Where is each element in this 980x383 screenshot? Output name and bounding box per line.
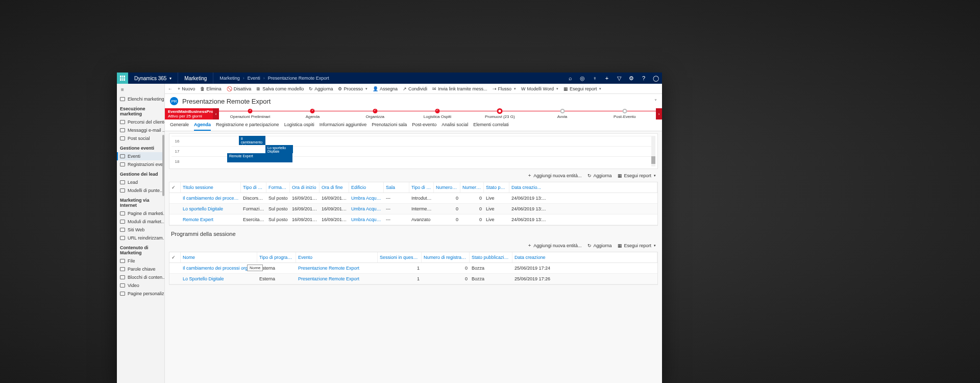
bpf-label[interactable]: EventMainBusinessProce... Attivo per 25 … [165, 108, 213, 119]
column-header[interactable]: Numero di r... [434, 182, 460, 193]
settings-icon[interactable]: ⚙ [625, 73, 638, 84]
bpf-next[interactable]: › [656, 108, 662, 119]
column-header[interactable]: Formato ... [266, 182, 290, 193]
sidebar-item[interactable]: Parole chiave [117, 265, 164, 273]
column-header[interactable]: Ora di fine [320, 182, 349, 193]
table-row[interactable]: Lo Sportello Digitale Esterna Presentazi… [169, 274, 657, 284]
cell-event[interactable]: Presentazione Remote Export [296, 263, 378, 273]
breadcrumb-item[interactable]: Eventi [248, 76, 260, 81]
breadcrumb-item[interactable]: Marketing [219, 76, 240, 81]
sidebar-item[interactable]: Video [117, 281, 164, 290]
bpf-stage[interactable]: Avvia [531, 108, 593, 119]
column-header[interactable]: Titolo sessione [181, 182, 241, 193]
bpf-stage[interactable]: Operazioni Preliminari [219, 108, 281, 119]
form-tab[interactable]: Informazioni aggiuntive [320, 119, 367, 131]
cell-building[interactable]: Umbra Acque - Città... [349, 193, 384, 203]
sidebar-item[interactable]: Percorsi del cliente [117, 118, 164, 126]
command-button[interactable]: 🗑Elimina [200, 86, 222, 91]
select-all-checkbox[interactable]: ✓ [169, 182, 181, 193]
run-report-button[interactable]: ▦Esegui report [618, 172, 656, 179]
command-button[interactable]: 🗎Salva come modello [256, 86, 304, 91]
cell-name[interactable]: Lo Sportello Digitale [181, 274, 257, 284]
filter-icon[interactable]: ▽ [613, 73, 625, 84]
cell-building[interactable]: Umbra Acque - Città... [349, 214, 384, 225]
refresh-button[interactable]: ↻Aggiorna [587, 172, 611, 179]
sidebar-item[interactable]: Elenchi marketing [117, 95, 164, 103]
sidebar-item[interactable]: Post social [117, 134, 164, 142]
column-header[interactable]: Tipo di program... [257, 252, 296, 262]
form-tab[interactable]: Prenotazioni sala [372, 119, 407, 131]
help-icon[interactable]: ? [638, 73, 650, 84]
calendar-scrollbar[interactable] [651, 136, 655, 166]
command-button[interactable]: ⇢Flusso [493, 86, 517, 91]
bpf-stage[interactable]: Organizza [344, 108, 406, 119]
table-row[interactable]: Il cambiamento dei processi organizzativ… [169, 193, 657, 204]
run-report-button[interactable]: ▦Esegui report [618, 242, 656, 249]
command-button[interactable]: WModelli Word [521, 86, 558, 91]
bpf-stage[interactable]: Logistica Ospiti [406, 108, 469, 119]
assistant-icon[interactable]: ♀ [589, 73, 601, 84]
sidebar-item[interactable]: Modelli di punte... [117, 186, 164, 195]
column-header[interactable]: Sessioni in questo pr... [378, 252, 422, 262]
sidebar-item[interactable]: File [117, 257, 164, 265]
command-button[interactable]: ↗Condividi [403, 86, 427, 91]
sidebar-item[interactable]: Moduli di market... [117, 218, 164, 226]
column-header[interactable]: Tipo di s... [241, 182, 266, 193]
column-header[interactable]: Data creazione [512, 252, 657, 262]
table-row[interactable]: Il cambiamento dei processi organizzativ… [169, 263, 657, 274]
bpf-stage[interactable]: Promuovi (23 G) [469, 108, 531, 119]
command-button[interactable]: +Nuovo [178, 86, 195, 91]
sidebar-item[interactable]: Lead [117, 178, 164, 186]
bpf-prev[interactable]: ‹ [213, 108, 219, 119]
column-header[interactable]: Edificio [349, 182, 384, 193]
column-header[interactable]: Sala [384, 182, 409, 193]
column-header[interactable]: Data creazio... [509, 182, 657, 193]
bpf-stage[interactable]: Agenda [281, 108, 344, 119]
cell-title[interactable]: Lo sportello Digitale [181, 204, 241, 214]
expand-icon[interactable]: ˅ [654, 99, 657, 104]
module-name[interactable]: Marketing [178, 73, 213, 84]
cell-event[interactable]: Presentazione Remote Export [296, 274, 378, 284]
form-tab[interactable]: Logistica ospiti [284, 119, 314, 131]
command-button[interactable]: ⚙Processo [338, 86, 368, 91]
breadcrumb-item[interactable]: Presentazione Remote Export [268, 76, 329, 81]
row-checkbox[interactable] [169, 193, 181, 203]
column-header[interactable]: Evento [296, 252, 378, 262]
command-button[interactable]: 👤Assegna [373, 86, 398, 91]
calendar-event[interactable]: Lo sportello Digitale [265, 145, 293, 153]
user-icon[interactable]: ◯ [650, 73, 662, 84]
sidebar-item[interactable]: Pagine di marketi... [117, 209, 164, 218]
bpf-stage[interactable]: Post-Evento [594, 108, 656, 119]
command-button[interactable]: ▦Esegui report [564, 86, 602, 91]
row-checkbox[interactable] [169, 274, 181, 284]
form-tab[interactable]: Elementi correlati [473, 119, 509, 131]
command-button[interactable]: ✉Invia link tramite mess... [432, 86, 487, 91]
task-icon[interactable]: ◎ [576, 73, 589, 84]
column-header[interactable]: Ora di inizio [290, 182, 320, 193]
sidebar-item[interactable]: URL reindirizzam... [117, 234, 164, 242]
cell-name[interactable]: Il cambiamento dei processi organizzativ… [181, 263, 257, 273]
calendar-event[interactable]: Il cambiamento dei... [239, 136, 265, 145]
form-tab[interactable]: Generale [170, 119, 189, 131]
cell-building[interactable]: Umbra Acque - Città... [349, 204, 384, 214]
row-checkbox[interactable] [169, 214, 181, 225]
table-row[interactable]: Remote Expert Esercitazion... Sul posto … [169, 214, 657, 225]
app-launcher[interactable] [117, 73, 128, 84]
column-header[interactable]: Stato pu... [484, 182, 509, 193]
row-checkbox[interactable] [169, 263, 181, 273]
column-header[interactable]: Stato pubblicazione [470, 252, 512, 262]
command-button[interactable]: ↻Aggiorna [309, 86, 333, 91]
sidebar-item[interactable]: Pagine personaliz... [117, 290, 164, 298]
sidebar-item[interactable]: Blocchi di conten... [117, 273, 164, 281]
cell-title[interactable]: Remote Expert [181, 214, 241, 225]
calendar-event[interactable]: Remote Expert [227, 153, 292, 162]
brand[interactable]: Dynamics 365▾ [128, 73, 178, 84]
sidebar-toggle[interactable]: ≡ [117, 84, 164, 95]
form-tab[interactable]: Agenda [194, 119, 211, 131]
form-tab[interactable]: Registrazione e partecipazione [216, 119, 279, 131]
select-all-checkbox[interactable]: ✓ [169, 252, 181, 262]
row-checkbox[interactable] [169, 204, 181, 214]
add-new-button[interactable]: ＋Aggiungi nuova entità... [527, 242, 581, 249]
sidebar-item[interactable]: Eventi [117, 152, 164, 160]
cell-title[interactable]: Il cambiamento dei processi organizzativ… [181, 193, 241, 203]
